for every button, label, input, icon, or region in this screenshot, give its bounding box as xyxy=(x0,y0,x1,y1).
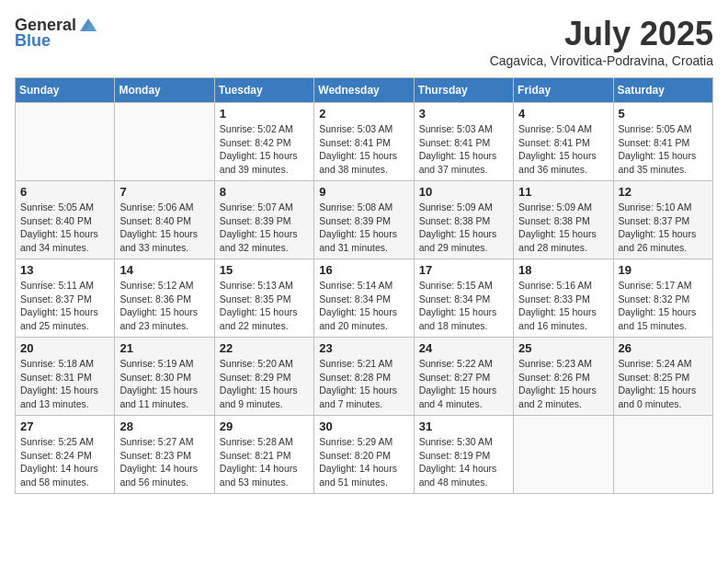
day-info: Sunrise: 5:30 AMSunset: 8:19 PMDaylight:… xyxy=(419,435,508,489)
calendar-cell: 10Sunrise: 5:09 AMSunset: 8:38 PMDayligh… xyxy=(414,181,513,259)
day-number: 9 xyxy=(319,185,408,199)
day-info: Sunrise: 5:06 AMSunset: 8:40 PMDaylight:… xyxy=(119,201,209,255)
day-number: 23 xyxy=(319,341,408,355)
logo-blue-text: Blue xyxy=(15,31,51,51)
day-info: Sunrise: 5:18 AMSunset: 8:31 PMDaylight:… xyxy=(20,357,109,411)
day-number: 12 xyxy=(619,185,708,199)
day-info: Sunrise: 5:23 AMSunset: 8:26 PMDaylight:… xyxy=(518,357,608,411)
week-row-2: 6Sunrise: 5:05 AMSunset: 8:40 PMDaylight… xyxy=(16,181,713,259)
col-header-tuesday: Tuesday xyxy=(214,78,313,103)
week-row-4: 20Sunrise: 5:18 AMSunset: 8:31 PMDayligh… xyxy=(16,338,713,416)
day-number: 13 xyxy=(20,263,109,277)
month-title: July 2025 xyxy=(490,15,713,53)
day-number: 1 xyxy=(220,107,309,121)
week-row-3: 13Sunrise: 5:11 AMSunset: 8:37 PMDayligh… xyxy=(16,259,713,338)
day-number: 20 xyxy=(20,341,109,355)
logo: General Blue xyxy=(15,15,98,51)
day-info: Sunrise: 5:15 AMSunset: 8:34 PMDaylight:… xyxy=(419,279,508,333)
calendar-table: SundayMondayTuesdayWednesdayThursdayFrid… xyxy=(15,77,713,494)
day-info: Sunrise: 5:05 AMSunset: 8:40 PMDaylight:… xyxy=(20,201,109,255)
day-number: 21 xyxy=(119,341,209,355)
day-number: 28 xyxy=(119,419,209,433)
calendar-cell: 29Sunrise: 5:28 AMSunset: 8:21 PMDayligh… xyxy=(214,416,313,494)
week-row-1: 1Sunrise: 5:02 AMSunset: 8:42 PMDaylight… xyxy=(16,103,713,181)
calendar-cell: 4Sunrise: 5:04 AMSunset: 8:41 PMDaylight… xyxy=(514,103,613,181)
day-info: Sunrise: 5:07 AMSunset: 8:39 PMDaylight:… xyxy=(220,201,309,255)
calendar-cell xyxy=(115,103,214,181)
day-info: Sunrise: 5:22 AMSunset: 8:27 PMDaylight:… xyxy=(419,357,508,411)
calendar-cell: 11Sunrise: 5:09 AMSunset: 8:38 PMDayligh… xyxy=(514,181,613,259)
day-number: 19 xyxy=(619,263,708,277)
calendar-cell: 8Sunrise: 5:07 AMSunset: 8:39 PMDaylight… xyxy=(214,181,313,259)
day-info: Sunrise: 5:14 AMSunset: 8:34 PMDaylight:… xyxy=(319,279,408,333)
calendar-cell: 19Sunrise: 5:17 AMSunset: 8:32 PMDayligh… xyxy=(613,259,712,338)
day-info: Sunrise: 5:09 AMSunset: 8:38 PMDaylight:… xyxy=(419,201,508,255)
day-number: 4 xyxy=(518,107,608,121)
col-header-thursday: Thursday xyxy=(414,78,513,103)
calendar-cell: 17Sunrise: 5:15 AMSunset: 8:34 PMDayligh… xyxy=(414,259,513,338)
calendar-cell xyxy=(514,416,613,494)
day-info: Sunrise: 5:21 AMSunset: 8:28 PMDaylight:… xyxy=(319,357,408,411)
day-number: 10 xyxy=(419,185,508,199)
day-info: Sunrise: 5:02 AMSunset: 8:42 PMDaylight:… xyxy=(220,122,309,177)
day-info: Sunrise: 5:08 AMSunset: 8:39 PMDaylight:… xyxy=(319,201,408,255)
day-number: 6 xyxy=(20,185,109,199)
day-number: 27 xyxy=(20,419,109,433)
calendar-header-row: SundayMondayTuesdayWednesdayThursdayFrid… xyxy=(16,78,713,103)
calendar-cell: 9Sunrise: 5:08 AMSunset: 8:39 PMDaylight… xyxy=(314,181,414,259)
day-number: 3 xyxy=(419,107,508,121)
calendar-cell: 18Sunrise: 5:16 AMSunset: 8:33 PMDayligh… xyxy=(514,259,613,338)
day-info: Sunrise: 5:25 AMSunset: 8:24 PMDaylight:… xyxy=(20,435,109,489)
day-number: 11 xyxy=(518,185,608,199)
day-number: 16 xyxy=(319,263,408,277)
day-info: Sunrise: 5:24 AMSunset: 8:25 PMDaylight:… xyxy=(619,357,708,411)
day-number: 25 xyxy=(518,341,608,355)
calendar-cell: 21Sunrise: 5:19 AMSunset: 8:30 PMDayligh… xyxy=(115,338,214,416)
calendar-cell: 20Sunrise: 5:18 AMSunset: 8:31 PMDayligh… xyxy=(16,338,115,416)
calendar-cell: 26Sunrise: 5:24 AMSunset: 8:25 PMDayligh… xyxy=(613,338,712,416)
col-header-wednesday: Wednesday xyxy=(314,78,414,103)
calendar-cell: 27Sunrise: 5:25 AMSunset: 8:24 PMDayligh… xyxy=(16,416,115,494)
calendar-cell: 15Sunrise: 5:13 AMSunset: 8:35 PMDayligh… xyxy=(214,259,313,338)
week-row-5: 27Sunrise: 5:25 AMSunset: 8:24 PMDayligh… xyxy=(16,416,713,494)
calendar-cell: 25Sunrise: 5:23 AMSunset: 8:26 PMDayligh… xyxy=(514,338,613,416)
col-header-saturday: Saturday xyxy=(613,78,712,103)
calendar-cell: 6Sunrise: 5:05 AMSunset: 8:40 PMDaylight… xyxy=(16,181,115,259)
day-number: 18 xyxy=(518,263,608,277)
day-info: Sunrise: 5:03 AMSunset: 8:41 PMDaylight:… xyxy=(419,122,508,177)
title-block: July 2025 Cagavica, Virovitica-Podravina… xyxy=(490,15,713,68)
calendar-cell: 24Sunrise: 5:22 AMSunset: 8:27 PMDayligh… xyxy=(414,338,513,416)
day-number: 31 xyxy=(419,419,508,433)
day-number: 26 xyxy=(619,341,708,355)
calendar-cell: 28Sunrise: 5:27 AMSunset: 8:23 PMDayligh… xyxy=(115,416,214,494)
day-number: 7 xyxy=(119,185,209,199)
calendar-cell: 1Sunrise: 5:02 AMSunset: 8:42 PMDaylight… xyxy=(214,103,313,181)
calendar-cell: 2Sunrise: 5:03 AMSunset: 8:41 PMDaylight… xyxy=(314,103,414,181)
day-info: Sunrise: 5:17 AMSunset: 8:32 PMDaylight:… xyxy=(619,279,708,333)
day-info: Sunrise: 5:20 AMSunset: 8:29 PMDaylight:… xyxy=(220,357,309,411)
calendar-cell: 5Sunrise: 5:05 AMSunset: 8:41 PMDaylight… xyxy=(613,103,712,181)
calendar-cell xyxy=(613,416,712,494)
day-info: Sunrise: 5:16 AMSunset: 8:33 PMDaylight:… xyxy=(518,279,608,333)
day-number: 8 xyxy=(220,185,309,199)
day-info: Sunrise: 5:29 AMSunset: 8:20 PMDaylight:… xyxy=(319,435,408,489)
day-info: Sunrise: 5:03 AMSunset: 8:41 PMDaylight:… xyxy=(319,122,408,177)
day-number: 29 xyxy=(220,419,309,433)
day-info: Sunrise: 5:12 AMSunset: 8:36 PMDaylight:… xyxy=(119,279,209,333)
day-info: Sunrise: 5:13 AMSunset: 8:35 PMDaylight:… xyxy=(220,279,309,333)
day-number: 22 xyxy=(220,341,309,355)
day-info: Sunrise: 5:28 AMSunset: 8:21 PMDaylight:… xyxy=(220,435,309,489)
page-header: General Blue July 2025 Cagavica, Virovit… xyxy=(15,15,713,68)
col-header-monday: Monday xyxy=(115,78,214,103)
calendar-cell: 12Sunrise: 5:10 AMSunset: 8:37 PMDayligh… xyxy=(613,181,712,259)
calendar-cell: 22Sunrise: 5:20 AMSunset: 8:29 PMDayligh… xyxy=(214,338,313,416)
day-info: Sunrise: 5:19 AMSunset: 8:30 PMDaylight:… xyxy=(119,357,209,411)
day-number: 30 xyxy=(319,419,408,433)
day-info: Sunrise: 5:09 AMSunset: 8:38 PMDaylight:… xyxy=(518,201,608,255)
location-title: Cagavica, Virovitica-Podravina, Croatia xyxy=(490,53,713,68)
day-number: 2 xyxy=(319,107,408,121)
logo-icon xyxy=(78,15,98,35)
calendar-cell: 31Sunrise: 5:30 AMSunset: 8:19 PMDayligh… xyxy=(414,416,513,494)
day-number: 24 xyxy=(419,341,508,355)
calendar-cell: 30Sunrise: 5:29 AMSunset: 8:20 PMDayligh… xyxy=(314,416,414,494)
